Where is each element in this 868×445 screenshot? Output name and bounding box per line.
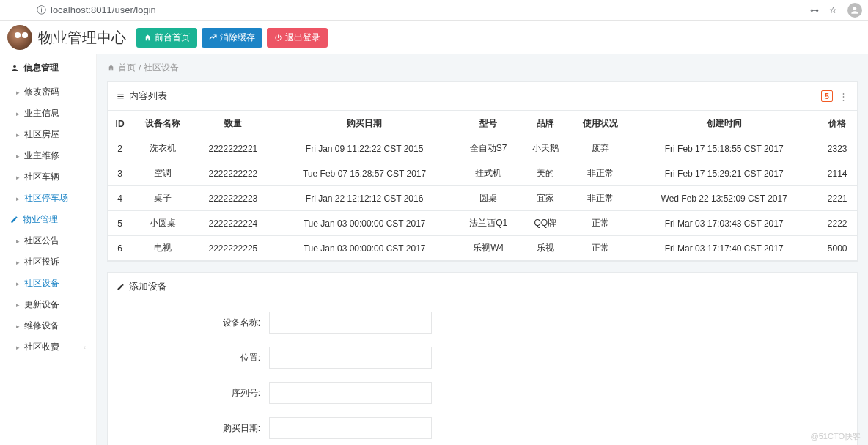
tool-more-icon[interactable]: ⋮: [839, 91, 848, 102]
cell-price: 5000: [817, 236, 857, 261]
app-header: 物业管理中心 前台首页 消除缓存 退出登录: [0, 21, 868, 54]
sidebar-item-label: 维修设备: [24, 320, 59, 332]
caret-icon: ▸: [16, 174, 20, 181]
sidebar-item-prop-5[interactable]: ▸社区收费‹: [0, 336, 96, 358]
buy-date-input[interactable]: [269, 417, 432, 439]
label-position: 位置:: [108, 352, 269, 364]
star-icon[interactable]: ☆: [829, 5, 837, 15]
sidebar-item-prop-2[interactable]: ▸社区设备: [0, 273, 96, 294]
breadcrumb-home[interactable]: 首页: [118, 62, 136, 74]
table-row[interactable]: 3空调2222222222Tue Feb 07 15:28:57 CST 201…: [108, 161, 857, 186]
cell-id: 6: [108, 236, 132, 261]
caret-icon: ▸: [16, 110, 20, 117]
logout-button[interactable]: 退出登录: [267, 28, 328, 48]
caret-icon: ▸: [16, 344, 20, 351]
cell-price: 2323: [817, 136, 857, 161]
site-info-icon[interactable]: ⓘ: [37, 4, 46, 17]
cell-buy: Tue Jan 03 00:00:00 CST 2017: [273, 211, 455, 236]
caret-icon: ▸: [16, 131, 20, 139]
sidebar-item-label: 业主维修: [24, 150, 59, 162]
table-row[interactable]: 6电视2222222225Tue Jan 03 00:00:00 CST 201…: [108, 236, 857, 261]
cell-created: Wed Feb 22 13:52:09 CST 2017: [630, 186, 817, 211]
sidebar-item-prop-4[interactable]: ▸维修设备: [0, 315, 96, 336]
cell-created: Fri Mar 03 17:17:40 CST 2017: [630, 236, 817, 261]
column-header: 创建时间: [630, 111, 817, 136]
caret-icon: ▸: [16, 323, 20, 330]
breadcrumb: 首页 / 社区设备: [97, 54, 868, 81]
panel-list-title: 内容列表: [129, 89, 167, 103]
panel-content-list: 内容列表 5 ⋮ ID设备名称数量购买日期型号品牌使用状况创建时间价格 2洗衣机…: [107, 81, 858, 262]
sidebar-item-label: 社区收费: [24, 341, 59, 353]
sidebar-item-info-0[interactable]: ▸修改密码: [0, 81, 96, 103]
serial-input[interactable]: [269, 382, 432, 404]
app-logo: [7, 25, 32, 50]
app-title: 物业管理中心: [38, 28, 126, 48]
label-serial: 序列号:: [108, 387, 269, 400]
cell-status: 非正常: [570, 161, 630, 186]
equipment-name-input[interactable]: [269, 312, 432, 334]
cell-brand: 美的: [521, 161, 570, 186]
clear-cache-button[interactable]: 消除缓存: [202, 28, 262, 48]
browser-chrome: ⓘ localhost:8011/user/login ⊶ ☆: [0, 0, 868, 21]
sidebar-item-label: 社区设备: [24, 277, 59, 290]
panel-add-equipment: 添加设备 设备名称: 位置: 序列号: 购买日期: 型号: 品牌: 状态:正常 …: [107, 272, 858, 445]
cell-name: 空调: [132, 161, 193, 186]
address-bar[interactable]: ⓘ localhost:8011/user/login: [37, 4, 156, 17]
cell-price: 2221: [817, 186, 857, 211]
column-header: 品牌: [521, 111, 570, 136]
cell-name: 小圆桌: [132, 211, 193, 236]
cell-qty: 2222222223: [193, 186, 273, 211]
cell-model: 法兰西Q1: [456, 211, 521, 236]
front-home-button[interactable]: 前台首页: [136, 28, 197, 48]
cell-brand: 宜家: [521, 186, 570, 211]
sidebar-item-prop-1[interactable]: ▸社区投诉: [0, 251, 96, 273]
key-icon[interactable]: ⊶: [810, 5, 819, 15]
watermark: @51CTO快客: [811, 431, 861, 442]
cell-created: Fri Feb 17 15:18:55 CST 2017: [630, 136, 817, 161]
cell-price: 2114: [817, 161, 857, 186]
sidebar-item-label: 社区停车场: [24, 192, 68, 205]
sidebar-section-property[interactable]: 物业管理: [0, 209, 96, 230]
column-header: 购买日期: [273, 111, 455, 136]
equipment-table: ID设备名称数量购买日期型号品牌使用状况创建时间价格 2洗衣机222222222…: [108, 111, 857, 261]
sidebar-item-label: 社区车辆: [24, 171, 59, 183]
profile-icon[interactable]: [847, 3, 862, 18]
cell-model: 乐视W4: [456, 236, 521, 261]
cell-qty: 2222222225: [193, 236, 273, 261]
table-row[interactable]: 4桌子2222222223Fri Jan 22 12:12:12 CST 201…: [108, 186, 857, 211]
cell-created: Fri Mar 03 17:03:43 CST 2017: [630, 211, 817, 236]
cell-model: 圆桌: [456, 186, 521, 211]
cell-buy: Tue Jan 03 00:00:00 CST 2017: [273, 236, 455, 261]
breadcrumb-current: 社区设备: [144, 62, 179, 74]
sidebar: 信息管理 ▸修改密码▸业主信息▸社区房屋▸业主维修▸社区车辆▸社区停车场 物业管…: [0, 54, 97, 445]
sidebar-item-prop-3[interactable]: ▸更新设备: [0, 294, 96, 315]
column-header: ID: [108, 111, 132, 136]
tool-s5-icon[interactable]: 5: [821, 90, 833, 102]
cell-id: 5: [108, 211, 132, 236]
caret-icon: ▸: [16, 89, 20, 96]
column-header: 设备名称: [132, 111, 193, 136]
sidebar-item-label: 社区投诉: [24, 256, 59, 268]
position-input[interactable]: [269, 347, 432, 369]
cell-qty: 2222222221: [193, 136, 273, 161]
sidebar-item-info-5[interactable]: ▸社区停车场: [0, 188, 96, 209]
cell-model: 全自动S7: [456, 136, 521, 161]
sidebar-item-info-3[interactable]: ▸业主维修: [0, 145, 96, 166]
caret-icon: ▸: [16, 238, 20, 245]
cell-name: 洗衣机: [132, 136, 193, 161]
cell-created: Fri Feb 17 15:29:21 CST 2017: [630, 161, 817, 186]
table-row[interactable]: 2洗衣机2222222221Fri Jan 09 11:22:22 CST 20…: [108, 136, 857, 161]
sidebar-item-info-1[interactable]: ▸业主信息: [0, 103, 96, 124]
sidebar-item-info-4[interactable]: ▸社区车辆: [0, 166, 96, 188]
cell-model: 挂式机: [456, 161, 521, 186]
cell-status: 废弃: [570, 136, 630, 161]
cell-price: 2222: [817, 211, 857, 236]
chevron-left-icon: ‹: [84, 344, 86, 351]
sidebar-item-prop-0[interactable]: ▸社区公告: [0, 230, 96, 251]
cell-status: 正常: [570, 211, 630, 236]
table-row[interactable]: 5小圆桌2222222224Tue Jan 03 00:00:00 CST 20…: [108, 211, 857, 236]
sidebar-item-label: 更新设备: [24, 298, 59, 311]
cell-buy: Fri Jan 09 11:22:22 CST 2015: [273, 136, 455, 161]
sidebar-section-info: 信息管理: [0, 54, 96, 81]
sidebar-item-info-2[interactable]: ▸社区房屋: [0, 124, 96, 145]
